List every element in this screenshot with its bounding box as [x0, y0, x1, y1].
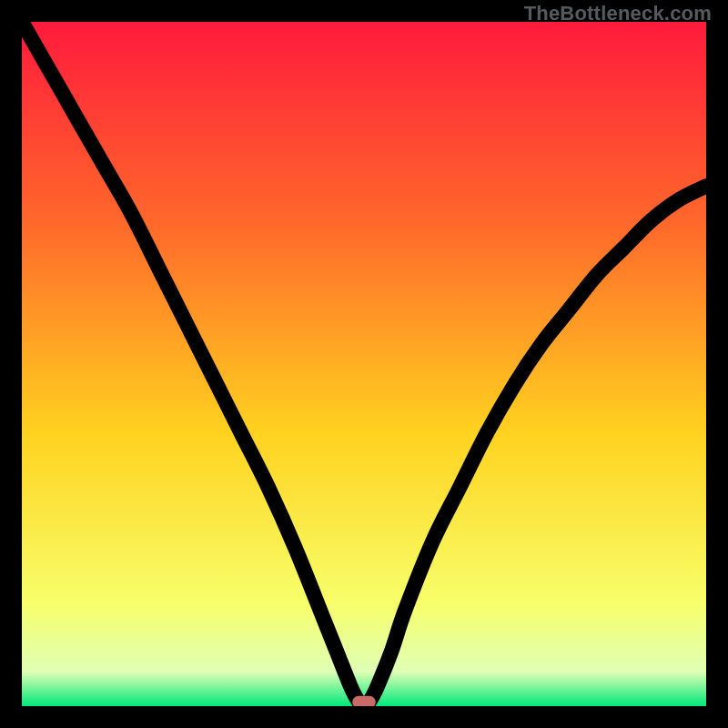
plot-area [22, 22, 706, 706]
chart-frame: TheBottleneck.com [0, 0, 728, 728]
chart-svg [22, 22, 706, 706]
gradient-background [22, 22, 706, 706]
minimum-marker [352, 696, 376, 706]
